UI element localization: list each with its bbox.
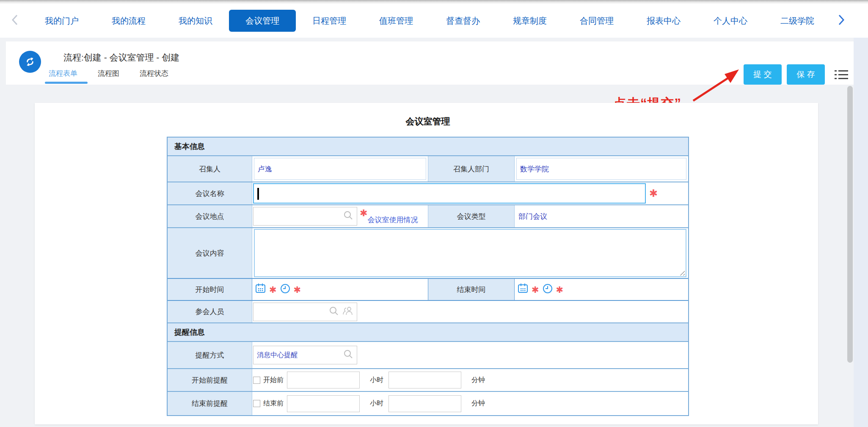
form-row-convener: 召集人 卢逸 召集人部门 数学学院 bbox=[168, 156, 688, 182]
remind-end-minutes-input[interactable] bbox=[389, 395, 461, 412]
remind-start-prefix: 开始前 bbox=[263, 376, 284, 385]
convener-dept-value: 数学学院 bbox=[516, 158, 686, 180]
required-star: ✱ bbox=[649, 188, 658, 198]
remind-before-start-label: 开始前提醒 bbox=[168, 369, 252, 391]
nav-item-my-flows[interactable]: 我的流程 bbox=[95, 10, 162, 32]
convener-dept-label: 召集人部门 bbox=[428, 156, 515, 182]
remind-before-end-cell: 结束前 小时 分钟 bbox=[252, 392, 688, 415]
search-icon[interactable] bbox=[329, 306, 339, 318]
convener-dept-value-cell: 数学学院 bbox=[515, 156, 688, 182]
section-reminder-info: 提醒信息 bbox=[168, 323, 688, 342]
remind-method-input[interactable]: 消息中心提醒 bbox=[253, 346, 357, 364]
form-title: 会议室管理 bbox=[167, 116, 689, 127]
vertical-scrollbar[interactable] bbox=[847, 86, 853, 363]
end-time-cell: ✱ ✱ bbox=[515, 279, 688, 300]
required-star: ✱ bbox=[532, 285, 539, 294]
required-star: ✱ bbox=[269, 285, 277, 294]
start-time-label: 开始时间 bbox=[168, 279, 252, 300]
form-row-remind-before-start: 开始前提醒 开始前 小时 分钟 bbox=[168, 369, 688, 392]
resize-grip[interactable] bbox=[680, 270, 685, 275]
remind-before-start-cell: 开始前 小时 分钟 bbox=[252, 369, 688, 391]
form-row-remind-method: 提醒方式 消息中心提醒 bbox=[168, 342, 688, 369]
remind-start-hours-input[interactable] bbox=[287, 372, 360, 388]
chevron-left-icon bbox=[11, 14, 19, 28]
nav-next-button[interactable] bbox=[835, 14, 848, 28]
nav-items: 我的门户 我的流程 我的知识 会议管理 日程管理 值班管理 督查督办 规章制度 … bbox=[28, 10, 831, 32]
attendees-cell bbox=[252, 301, 688, 322]
clock-icon[interactable] bbox=[542, 283, 553, 296]
top-nav: 我的门户 我的流程 我的知识 会议管理 日程管理 值班管理 督查督办 规章制度 … bbox=[0, 4, 868, 38]
form-table: 基本信息 召集人 卢逸 召集人部门 数学学院 会议名称 ✱ bbox=[167, 137, 689, 416]
meeting-type-label: 会议类型 bbox=[428, 205, 515, 227]
save-button[interactable]: 保 存 bbox=[787, 64, 825, 85]
nav-item-secondary-college[interactable]: 二级学院 bbox=[764, 10, 831, 32]
nav-item-supervision[interactable]: 督查督办 bbox=[430, 10, 496, 32]
workflow-tabs: 流程表单 流程图 流程状态 bbox=[49, 69, 168, 78]
remind-start-minutes-input[interactable] bbox=[389, 372, 461, 388]
form-row-remind-before-end: 结束前提醒 结束前 小时 分钟 bbox=[168, 392, 688, 415]
remind-method-label: 提醒方式 bbox=[168, 342, 252, 368]
calendar-icon[interactable] bbox=[255, 283, 266, 296]
text-caret bbox=[257, 188, 259, 200]
annotation-arrow-icon bbox=[689, 68, 743, 107]
remind-end-hours-input[interactable] bbox=[287, 395, 360, 412]
remind-end-prefix: 结束前 bbox=[263, 399, 284, 408]
nav-item-personal-center[interactable]: 个人中心 bbox=[697, 10, 764, 32]
search-icon[interactable] bbox=[343, 210, 353, 222]
form-row-attendees: 参会人员 bbox=[168, 301, 688, 323]
attendees-input[interactable] bbox=[253, 303, 357, 321]
tab-flow-form[interactable]: 流程表单 bbox=[49, 69, 77, 78]
minutes-unit-label: 分钟 bbox=[471, 376, 485, 385]
remind-end-checkbox[interactable] bbox=[253, 400, 260, 407]
page-title: 流程:创建 - 会议室管理 - 创建 bbox=[63, 52, 179, 63]
nav-item-report-center[interactable]: 报表中心 bbox=[630, 10, 697, 32]
hours-unit-label: 小时 bbox=[370, 376, 383, 385]
meeting-name-cell: ✱ bbox=[252, 182, 688, 204]
meeting-place-label: 会议地点 bbox=[168, 205, 252, 227]
submit-button[interactable]: 提 交 bbox=[744, 64, 782, 85]
section-basic-info: 基本信息 bbox=[168, 138, 688, 156]
convener-label: 召集人 bbox=[168, 156, 252, 182]
chevron-right-icon bbox=[838, 14, 845, 28]
nav-item-schedule-mgmt[interactable]: 日程管理 bbox=[296, 10, 363, 32]
required-star: ✱ bbox=[294, 285, 301, 294]
form-row-meeting-content: 会议内容 bbox=[168, 228, 688, 279]
nav-item-meeting-mgmt[interactable]: 会议管理 bbox=[229, 10, 296, 32]
nav-item-my-portal[interactable]: 我的门户 bbox=[28, 10, 95, 32]
workflow-icon bbox=[19, 51, 41, 73]
minutes-unit-label: 分钟 bbox=[471, 399, 485, 408]
search-icon[interactable] bbox=[343, 349, 353, 361]
tab-flow-status[interactable]: 流程状态 bbox=[140, 69, 168, 78]
meeting-type-value: 部门会议 bbox=[515, 212, 547, 221]
meeting-place-cell: ✱ 会议室使用情况 bbox=[252, 205, 428, 227]
nav-item-my-knowledge[interactable]: 我的知识 bbox=[162, 10, 229, 32]
form-row-meeting-place: 会议地点 ✱ 会议室使用情况 会议类型 部门会议 bbox=[168, 205, 688, 228]
clock-icon[interactable] bbox=[280, 283, 291, 296]
remind-start-checkbox[interactable] bbox=[253, 377, 260, 384]
tab-flow-diagram[interactable]: 流程图 bbox=[98, 69, 119, 78]
nav-item-regulations[interactable]: 规章制度 bbox=[496, 10, 563, 32]
room-usage-link[interactable]: 会议室使用情况 bbox=[367, 215, 418, 225]
required-star: ✱ bbox=[360, 209, 367, 218]
hours-unit-label: 小时 bbox=[370, 399, 383, 408]
meeting-content-label: 会议内容 bbox=[168, 228, 252, 278]
attendees-label: 参会人员 bbox=[168, 301, 252, 322]
remind-method-value: 消息中心提醒 bbox=[257, 351, 298, 360]
nav-prev-button[interactable] bbox=[8, 14, 21, 28]
start-time-cell: ✱ ✱ bbox=[252, 279, 428, 300]
meeting-place-input[interactable] bbox=[253, 207, 357, 226]
meeting-content-textarea[interactable] bbox=[254, 229, 686, 277]
nav-item-contract-mgmt[interactable]: 合同管理 bbox=[563, 10, 630, 32]
convener-value: 卢逸 bbox=[254, 158, 426, 180]
end-time-label: 结束时间 bbox=[428, 279, 515, 300]
calendar-icon[interactable] bbox=[517, 283, 529, 296]
top-shadow bbox=[0, 0, 868, 4]
form-row-meeting-name: 会议名称 ✱ bbox=[168, 182, 688, 205]
nav-item-duty-mgmt[interactable]: 值班管理 bbox=[363, 10, 430, 32]
form-row-time: 开始时间 ✱ bbox=[168, 279, 688, 301]
list-menu-icon[interactable] bbox=[835, 69, 848, 82]
meeting-content-cell bbox=[252, 228, 688, 278]
people-icon[interactable] bbox=[342, 306, 353, 318]
required-star: ✱ bbox=[556, 285, 564, 294]
meeting-name-input[interactable] bbox=[253, 183, 646, 204]
